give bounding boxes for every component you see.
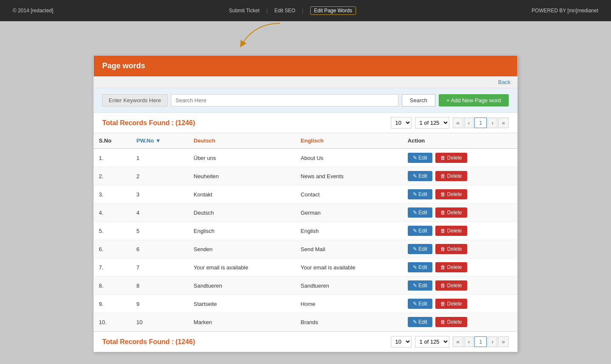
cell-deutsch: Kontakt (188, 185, 295, 204)
cell-sno: 4. (94, 204, 132, 222)
cell-deutsch: Englisch (188, 222, 295, 240)
delete-button[interactable]: 🗑 Delete (435, 226, 467, 236)
cell-pwno: 6 (132, 240, 189, 258)
edit-button[interactable]: ✎ Edit (408, 262, 432, 272)
cell-pwno: 4 (132, 204, 189, 222)
edit-button[interactable]: ✎ Edit (408, 299, 432, 309)
search-bar: Enter Keywords Here Search + Add New Pag… (94, 88, 517, 113)
pager-prev-top[interactable]: ‹ (464, 118, 474, 128)
cell-sno: 2. (94, 167, 132, 185)
edit-button[interactable]: ✎ Edit (408, 189, 432, 199)
cell-deutsch: Sandtueren (188, 277, 295, 295)
cell-pwno: 2 (132, 167, 189, 185)
cell-pwno: 7 (132, 258, 189, 277)
cell-englisch: News and Events (296, 167, 403, 185)
cell-pwno: 9 (132, 295, 189, 313)
page-size-select-bottom[interactable]: 10 25 50 (391, 336, 412, 347)
cell-deutsch: Neuheiten (188, 167, 295, 185)
col-header-pwno[interactable]: PW.No ▼ (132, 133, 189, 148)
pager-last-bottom[interactable]: » (498, 336, 509, 347)
table-row: 10. 10 Marken Brands ✎ Edit 🗑 Delete (94, 313, 517, 331)
pager-current-top: 1 (474, 118, 487, 128)
col-header-englisch[interactable]: Englisch (296, 133, 403, 148)
pager-first-top[interactable]: « (453, 118, 463, 128)
cell-action: ✎ Edit 🗑 Delete (403, 258, 517, 277)
search-input[interactable] (171, 94, 398, 106)
cell-action: ✎ Edit 🗑 Delete (403, 185, 517, 204)
cell-englisch: Sandtueren (296, 277, 403, 295)
cell-pwno: 1 (132, 148, 189, 167)
table-row: 5. 5 Englisch English ✎ Edit 🗑 Delete (94, 222, 517, 240)
delete-button[interactable]: 🗑 Delete (435, 171, 467, 181)
table-row: 9. 9 Startseite Home ✎ Edit 🗑 Delete (94, 295, 517, 313)
cell-deutsch: Deutsch (188, 204, 295, 222)
search-button[interactable]: Search (402, 94, 435, 106)
cell-deutsch: Über uns (188, 148, 295, 167)
edit-button[interactable]: ✎ Edit (408, 280, 432, 291)
pagination-bar-top: Total Records Found : (1246) 10 25 50 1 … (94, 113, 517, 133)
table-header: S.No PW.No ▼ Deutsch Englisch Action (94, 133, 517, 148)
cell-pwno: 10 (132, 313, 189, 331)
pager-current-bottom: 1 (474, 336, 487, 347)
topbar-separator-1: | (266, 8, 268, 14)
cell-sno: 8. (94, 277, 132, 295)
pager-bottom: « ‹ 1 › » (453, 336, 509, 347)
topbar: © 2014 [redacted] Submit Ticket | Edit S… (0, 0, 611, 21)
edit-button[interactable]: ✎ Edit (408, 207, 432, 218)
table-row: 6. 6 Senden Send Mail ✎ Edit 🗑 Delete (94, 240, 517, 258)
delete-button[interactable]: 🗑 Delete (435, 189, 467, 199)
cell-englisch: Contact (296, 185, 403, 204)
cell-sno: 9. (94, 295, 132, 313)
pager-first-bottom[interactable]: « (453, 336, 463, 347)
delete-button[interactable]: 🗑 Delete (435, 207, 467, 218)
delete-button[interactable]: 🗑 Delete (435, 262, 467, 272)
add-new-page-word-button[interactable]: + Add New Page word (439, 94, 509, 106)
table-row: 3. 3 Kontakt Contact ✎ Edit 🗑 Delete (94, 185, 517, 204)
cell-englisch: English (296, 222, 403, 240)
total-records-count: (1246) (175, 119, 195, 126)
cell-sno: 5. (94, 222, 132, 240)
table-row: 7. 7 Your email is available Your email … (94, 258, 517, 277)
edit-button[interactable]: ✎ Edit (408, 244, 432, 254)
cell-englisch: Home (296, 295, 403, 313)
edit-button[interactable]: ✎ Edit (408, 153, 432, 163)
page-jump-select-top[interactable]: 1 of 125 (415, 117, 449, 129)
pager-top: « ‹ 1 › » (453, 118, 509, 128)
pager-last-top[interactable]: » (498, 118, 509, 128)
annotation-container (0, 21, 611, 49)
topbar-nav-edit-seo[interactable]: Edit SEO (275, 8, 295, 14)
cell-action: ✎ Edit 🗑 Delete (403, 277, 517, 295)
edit-button[interactable]: ✎ Edit (408, 171, 432, 181)
edit-button[interactable]: ✎ Edit (408, 317, 432, 327)
col-header-deutsch[interactable]: Deutsch (188, 133, 295, 148)
cell-action: ✎ Edit 🗑 Delete (403, 240, 517, 258)
pager-next-bottom[interactable]: › (488, 336, 497, 347)
cell-deutsch: Your email is available (188, 258, 295, 277)
delete-button[interactable]: 🗑 Delete (435, 317, 467, 327)
pager-next-top[interactable]: › (488, 118, 497, 128)
cell-englisch: Your email is available (296, 258, 403, 277)
delete-button[interactable]: 🗑 Delete (435, 299, 467, 309)
topbar-nav-edit-page-words[interactable]: Edit Page Words (310, 6, 356, 15)
topbar-nav: Submit Ticket | Edit SEO | Edit Page Wor… (229, 6, 356, 15)
cell-sno: 7. (94, 258, 132, 277)
cell-action: ✎ Edit 🗑 Delete (403, 204, 517, 222)
back-bar: Back (94, 76, 517, 88)
page-title: Page words (102, 62, 145, 70)
cell-deutsch: Marken (188, 313, 295, 331)
cell-englisch: Brands (296, 313, 403, 331)
delete-button[interactable]: 🗑 Delete (435, 244, 467, 254)
table-body: 1. 1 Über uns About Us ✎ Edit 🗑 Delete 2… (94, 148, 517, 331)
table-row: 2. 2 Neuheiten News and Events ✎ Edit 🗑 … (94, 167, 517, 185)
cell-deutsch: Startseite (188, 295, 295, 313)
keyword-label: Enter Keywords Here (102, 94, 168, 106)
edit-button[interactable]: ✎ Edit (408, 226, 432, 236)
page-size-select-top[interactable]: 10 25 50 (391, 117, 412, 129)
back-link[interactable]: Back (498, 79, 510, 85)
topbar-nav-submit-ticket[interactable]: Submit Ticket (229, 8, 259, 14)
delete-button[interactable]: 🗑 Delete (435, 153, 467, 163)
delete-button[interactable]: 🗑 Delete (435, 280, 467, 291)
page-jump-select-bottom[interactable]: 1 of 125 (415, 336, 449, 347)
table-row: 1. 1 Über uns About Us ✎ Edit 🗑 Delete (94, 148, 517, 167)
pager-prev-bottom[interactable]: ‹ (464, 336, 474, 347)
